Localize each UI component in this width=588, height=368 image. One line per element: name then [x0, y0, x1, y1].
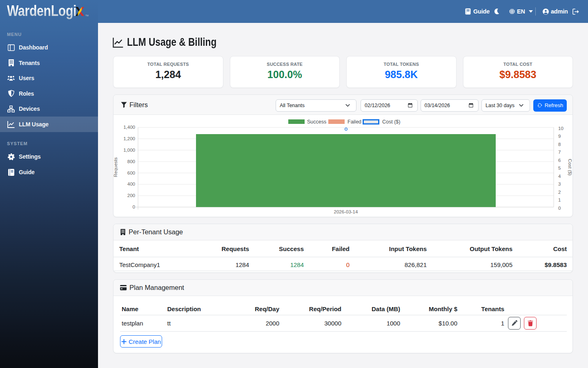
svg-text:7: 7 — [558, 150, 561, 155]
svg-text:1,400: 1,400 — [123, 125, 135, 130]
svg-text:Cost ($): Cost ($) — [382, 119, 400, 125]
svg-text:Requests: Requests — [114, 157, 118, 177]
svg-text:800: 800 — [127, 159, 135, 164]
svg-text:Failed: Failed — [347, 119, 361, 125]
svg-text:2: 2 — [558, 190, 561, 195]
svg-text:1,200: 1,200 — [123, 136, 135, 141]
svg-text:400: 400 — [127, 182, 135, 186]
svg-text:600: 600 — [127, 171, 135, 175]
svg-text:3: 3 — [558, 182, 561, 186]
svg-text:8: 8 — [558, 142, 561, 147]
svg-text:10: 10 — [558, 126, 564, 131]
svg-text:9: 9 — [558, 134, 561, 139]
svg-text:4: 4 — [558, 174, 561, 179]
svg-text:1,000: 1,000 — [123, 148, 135, 153]
svg-text:Success: Success — [307, 119, 326, 125]
svg-text:5: 5 — [558, 166, 561, 171]
svg-text:200: 200 — [127, 193, 135, 198]
svg-text:0: 0 — [133, 204, 135, 209]
svg-text:6: 6 — [558, 158, 561, 163]
svg-text:0: 0 — [558, 206, 561, 211]
svg-text:1: 1 — [558, 197, 561, 202]
svg-text:2026-03-14: 2026-03-14 — [334, 209, 358, 214]
svg-text:Cost ($): Cost ($) — [568, 159, 572, 176]
